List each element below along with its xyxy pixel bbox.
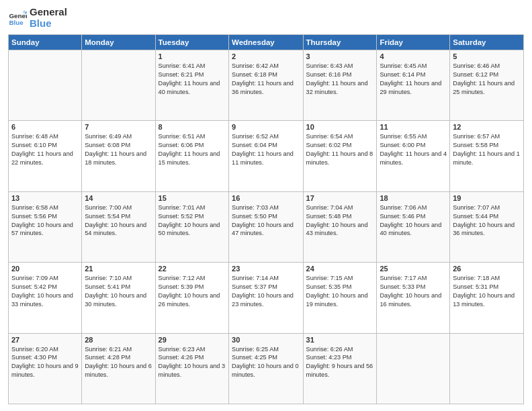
day-number: 2 — [232, 52, 300, 60]
day-info: Sunrise: 7:06 AM Sunset: 5:46 PM Dayligh… — [380, 203, 447, 238]
calendar-cell: 2Sunrise: 6:42 AM Sunset: 6:18 PM Daylig… — [229, 50, 304, 121]
day-info: Sunrise: 6:51 AM Sunset: 6:06 PM Dayligh… — [159, 132, 226, 167]
day-number: 10 — [306, 123, 374, 131]
day-number: 6 — [11, 123, 79, 131]
day-number: 31 — [306, 336, 374, 344]
calendar-cell: 18Sunrise: 7:06 AM Sunset: 5:46 PM Dayli… — [377, 191, 450, 262]
day-info: Sunrise: 6:25 AM Sunset: 4:25 PM Dayligh… — [232, 345, 300, 380]
calendar-cell: 8Sunrise: 6:51 AM Sunset: 6:06 PM Daylig… — [155, 121, 228, 191]
calendar-cell: 27Sunrise: 6:20 AM Sunset: 4:30 PM Dayli… — [9, 333, 82, 404]
calendar-cell: 3Sunrise: 6:43 AM Sunset: 6:16 PM Daylig… — [303, 50, 377, 121]
day-number: 28 — [85, 336, 152, 344]
day-number: 3 — [306, 52, 374, 60]
day-info: Sunrise: 6:54 AM Sunset: 6:02 PM Dayligh… — [306, 132, 374, 167]
day-info: Sunrise: 7:09 AM Sunset: 5:42 PM Dayligh… — [11, 274, 79, 309]
calendar-header-wednesday: Wednesday — [229, 35, 304, 50]
day-number: 16 — [232, 194, 300, 202]
calendar-header-monday: Monday — [82, 35, 155, 50]
day-info: Sunrise: 6:49 AM Sunset: 6:08 PM Dayligh… — [85, 132, 152, 167]
calendar-header-friday: Friday — [377, 35, 450, 50]
day-number: 13 — [11, 194, 79, 202]
day-info: Sunrise: 6:41 AM Sunset: 6:21 PM Dayligh… — [159, 62, 226, 97]
calendar-cell: 11Sunrise: 6:55 AM Sunset: 6:00 PM Dayli… — [377, 121, 450, 191]
day-info: Sunrise: 7:07 AM Sunset: 5:44 PM Dayligh… — [453, 203, 521, 238]
day-info: Sunrise: 6:57 AM Sunset: 5:58 PM Dayligh… — [453, 132, 521, 167]
calendar-cell: 25Sunrise: 7:17 AM Sunset: 5:33 PM Dayli… — [377, 263, 450, 333]
calendar-table: SundayMondayTuesdayWednesdayThursdayFrid… — [8, 34, 524, 404]
day-info: Sunrise: 7:18 AM Sunset: 5:31 PM Dayligh… — [453, 274, 521, 309]
logo-icon: General Blue — [8, 9, 27, 28]
day-info: Sunrise: 7:10 AM Sunset: 5:41 PM Dayligh… — [85, 274, 152, 309]
day-number: 20 — [11, 265, 79, 273]
calendar-cell: 22Sunrise: 7:12 AM Sunset: 5:39 PM Dayli… — [155, 263, 228, 333]
day-number: 27 — [11, 336, 79, 344]
calendar-cell: 10Sunrise: 6:54 AM Sunset: 6:02 PM Dayli… — [303, 121, 377, 191]
calendar-cell — [9, 50, 82, 121]
day-info: Sunrise: 6:58 AM Sunset: 5:56 PM Dayligh… — [11, 203, 79, 238]
calendar-cell: 7Sunrise: 6:49 AM Sunset: 6:08 PM Daylig… — [82, 121, 155, 191]
calendar-week-4: 20Sunrise: 7:09 AM Sunset: 5:42 PM Dayli… — [9, 263, 524, 333]
day-info: Sunrise: 7:04 AM Sunset: 5:48 PM Dayligh… — [306, 203, 374, 238]
day-info: Sunrise: 6:43 AM Sunset: 6:16 PM Dayligh… — [306, 62, 374, 97]
day-number: 29 — [159, 336, 226, 344]
day-info: Sunrise: 6:26 AM Sunset: 4:23 PM Dayligh… — [306, 345, 374, 380]
calendar-week-5: 27Sunrise: 6:20 AM Sunset: 4:30 PM Dayli… — [9, 333, 524, 404]
calendar-header-tuesday: Tuesday — [155, 35, 228, 50]
calendar-header-row: SundayMondayTuesdayWednesdayThursdayFrid… — [9, 35, 524, 50]
logo: General Blue General Blue — [8, 7, 67, 29]
day-number: 26 — [453, 265, 521, 273]
day-info: Sunrise: 6:20 AM Sunset: 4:30 PM Dayligh… — [11, 345, 79, 380]
calendar-cell: 29Sunrise: 6:23 AM Sunset: 4:26 PM Dayli… — [155, 333, 228, 404]
day-info: Sunrise: 6:52 AM Sunset: 6:04 PM Dayligh… — [232, 132, 300, 167]
calendar-cell — [450, 333, 524, 404]
day-number: 30 — [232, 336, 300, 344]
calendar-cell: 21Sunrise: 7:10 AM Sunset: 5:41 PM Dayli… — [82, 263, 155, 333]
logo-text-line1: General — [30, 7, 67, 18]
calendar-cell: 28Sunrise: 6:21 AM Sunset: 4:28 PM Dayli… — [82, 333, 155, 404]
calendar-header-sunday: Sunday — [9, 35, 82, 50]
calendar-cell — [377, 333, 450, 404]
day-info: Sunrise: 6:45 AM Sunset: 6:14 PM Dayligh… — [380, 62, 447, 97]
calendar-cell: 1Sunrise: 6:41 AM Sunset: 6:21 PM Daylig… — [155, 50, 228, 121]
day-number: 11 — [380, 123, 447, 131]
calendar-cell: 9Sunrise: 6:52 AM Sunset: 6:04 PM Daylig… — [229, 121, 304, 191]
calendar-cell: 12Sunrise: 6:57 AM Sunset: 5:58 PM Dayli… — [450, 121, 524, 191]
calendar-cell: 13Sunrise: 6:58 AM Sunset: 5:56 PM Dayli… — [9, 191, 82, 262]
calendar-cell — [82, 50, 155, 121]
day-number: 14 — [85, 194, 152, 202]
day-number: 12 — [453, 123, 521, 131]
day-number: 8 — [159, 123, 226, 131]
svg-text:Blue: Blue — [9, 18, 24, 26]
day-info: Sunrise: 7:00 AM Sunset: 5:54 PM Dayligh… — [85, 203, 152, 238]
calendar-cell: 24Sunrise: 7:15 AM Sunset: 5:35 PM Dayli… — [303, 263, 377, 333]
day-info: Sunrise: 7:12 AM Sunset: 5:39 PM Dayligh… — [159, 274, 226, 309]
calendar-week-2: 6Sunrise: 6:48 AM Sunset: 6:10 PM Daylig… — [9, 121, 524, 191]
calendar-week-1: 1Sunrise: 6:41 AM Sunset: 6:21 PM Daylig… — [9, 50, 524, 121]
day-number: 7 — [85, 123, 152, 131]
calendar-cell: 16Sunrise: 7:03 AM Sunset: 5:50 PM Dayli… — [229, 191, 304, 262]
day-info: Sunrise: 7:15 AM Sunset: 5:35 PM Dayligh… — [306, 274, 374, 309]
day-number: 17 — [306, 194, 374, 202]
day-number: 1 — [159, 52, 226, 60]
day-number: 25 — [380, 265, 447, 273]
calendar-header-thursday: Thursday — [303, 35, 377, 50]
calendar-cell: 23Sunrise: 7:14 AM Sunset: 5:37 PM Dayli… — [229, 263, 304, 333]
day-info: Sunrise: 7:17 AM Sunset: 5:33 PM Dayligh… — [380, 274, 447, 309]
calendar-cell: 4Sunrise: 6:45 AM Sunset: 6:14 PM Daylig… — [377, 50, 450, 121]
calendar-cell: 19Sunrise: 7:07 AM Sunset: 5:44 PM Dayli… — [450, 191, 524, 262]
day-info: Sunrise: 6:48 AM Sunset: 6:10 PM Dayligh… — [11, 132, 79, 167]
calendar-header-saturday: Saturday — [450, 35, 524, 50]
day-info: Sunrise: 7:01 AM Sunset: 5:52 PM Dayligh… — [159, 203, 226, 238]
calendar-week-3: 13Sunrise: 6:58 AM Sunset: 5:56 PM Dayli… — [9, 191, 524, 262]
calendar-cell: 15Sunrise: 7:01 AM Sunset: 5:52 PM Dayli… — [155, 191, 228, 262]
day-number: 18 — [380, 194, 447, 202]
calendar-cell: 20Sunrise: 7:09 AM Sunset: 5:42 PM Dayli… — [9, 263, 82, 333]
calendar-cell: 6Sunrise: 6:48 AM Sunset: 6:10 PM Daylig… — [9, 121, 82, 191]
calendar-cell: 30Sunrise: 6:25 AM Sunset: 4:25 PM Dayli… — [229, 333, 304, 404]
calendar-cell: 31Sunrise: 6:26 AM Sunset: 4:23 PM Dayli… — [303, 333, 377, 404]
day-info: Sunrise: 6:55 AM Sunset: 6:00 PM Dayligh… — [380, 132, 447, 167]
day-number: 9 — [232, 123, 300, 131]
day-number: 4 — [380, 52, 447, 60]
day-number: 21 — [85, 265, 152, 273]
day-number: 19 — [453, 194, 521, 202]
